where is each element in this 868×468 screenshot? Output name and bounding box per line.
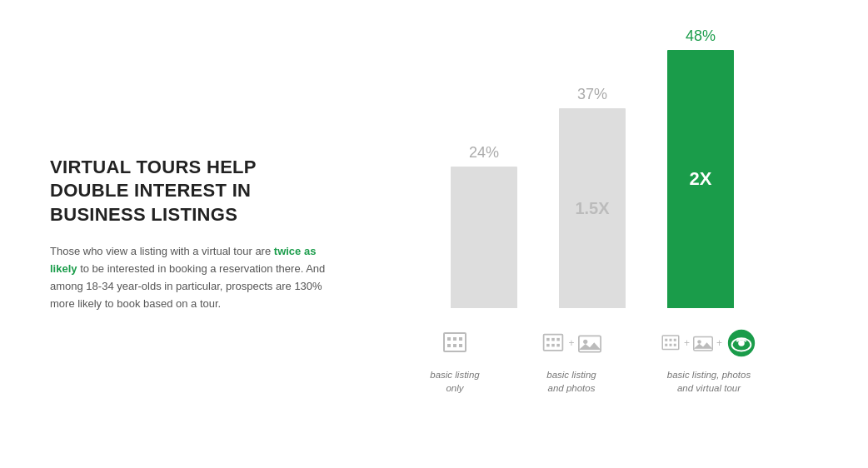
bar-basic [451,167,517,308]
description: Those who view a listing with a virtual … [50,243,333,312]
photo-icon-2 [693,335,713,351]
building-icon-2 [541,331,565,355]
bar-label-photos: 1.5X [575,199,609,218]
svg-rect-9 [552,338,556,341]
icon-group-photos: + basic listingand photos [530,325,613,395]
svg-rect-5 [453,344,456,347]
building-icon [441,330,468,356]
page-container: VIRTUAL TOURS HELP DOUBLE INTEREST IN BU… [0,0,868,468]
caption-photos: basic listingand photos [546,368,596,395]
bars-container: 24% 37% 1.5X 48% 2X [451,27,734,308]
plus-sign-2: + [684,337,690,349]
svg-rect-11 [547,344,551,347]
svg-point-27 [738,340,745,346]
bar-label-tour: 2X [690,168,712,190]
svg-rect-8 [547,338,551,341]
icon-group-tour: + + basic list [655,325,763,395]
svg-rect-22 [674,344,676,346]
bar-tour: 2X [667,50,734,308]
svg-rect-17 [665,339,667,341]
bar-group-photos: 37% 1.5X [559,86,626,308]
svg-rect-6 [459,344,462,347]
svg-rect-21 [669,344,671,346]
svg-rect-0 [444,333,466,351]
description-end: to be interested in booking a reservatio… [50,262,325,310]
svg-point-24 [697,340,701,344]
bar-photos: 1.5X [559,108,626,308]
svg-rect-19 [674,339,676,341]
svg-rect-18 [669,339,671,341]
svg-rect-4 [447,344,451,347]
bar-percent-photos: 37% [577,86,607,103]
icons-row: basic listing only + [422,325,763,395]
virtual-tour-icon [726,327,757,359]
svg-rect-10 [557,338,561,341]
svg-point-15 [583,340,587,344]
icon-set-tour: + + [661,325,757,361]
icon-set-photos: + [541,325,601,361]
caption-basic: basic listing only [422,368,488,395]
svg-rect-2 [453,337,456,341]
plus-sign-1: + [568,337,574,349]
svg-rect-1 [447,337,451,341]
caption-tour: basic listing, photosand virtual tour [667,368,751,395]
chart-area: 24% 37% 1.5X 48% 2X [367,33,818,435]
svg-rect-16 [662,336,679,350]
bar-percent-basic: 24% [469,144,499,162]
description-start: Those who view a listing with a virtual … [50,245,274,257]
icon-set-basic [441,325,468,361]
main-title: VIRTUAL TOURS HELP DOUBLE INTEREST IN BU… [50,156,333,227]
svg-rect-7 [544,335,563,351]
photo-icon [578,333,601,353]
svg-rect-13 [557,344,561,347]
svg-rect-20 [665,344,667,346]
svg-rect-3 [459,337,462,341]
building-icon-3 [661,333,681,353]
plus-sign-3: + [716,337,722,349]
bar-group-basic: 24% [451,144,517,308]
bar-group-tour: 48% 2X [667,27,734,308]
bar-percent-tour: 48% [686,27,716,45]
svg-rect-12 [552,344,556,347]
left-panel: VIRTUAL TOURS HELP DOUBLE INTEREST IN BU… [50,156,367,313]
icon-group-basic: basic listing only [422,325,488,395]
